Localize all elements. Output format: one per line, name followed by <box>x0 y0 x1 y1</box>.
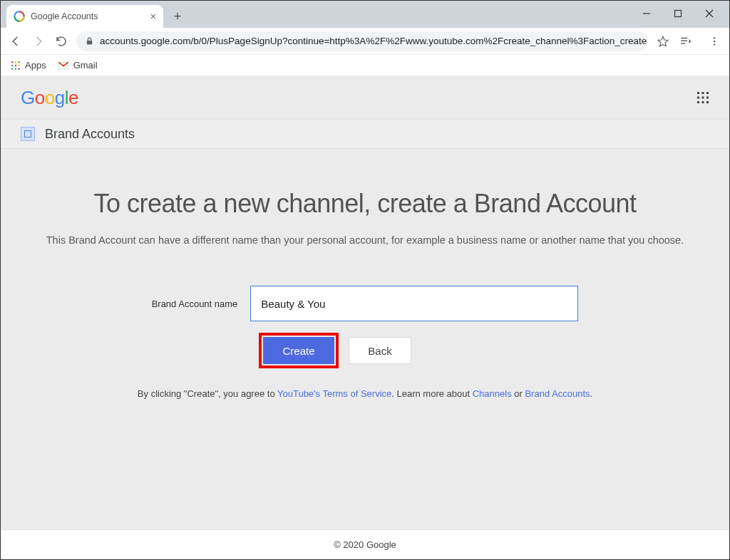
svg-rect-20 <box>706 92 709 94</box>
svg-point-14 <box>18 64 19 66</box>
minimize-button[interactable] <box>631 4 662 24</box>
star-bookmark-icon[interactable] <box>655 33 671 49</box>
apps-bookmark[interactable]: Apps <box>11 60 46 71</box>
google-header: Google <box>1 76 729 119</box>
svg-rect-22 <box>702 97 704 99</box>
gmail-bookmark[interactable]: Gmail <box>58 60 98 71</box>
back-nav-icon[interactable] <box>8 33 24 49</box>
apps-grid-icon <box>11 61 21 71</box>
svg-point-8 <box>714 43 715 45</box>
browser-tab[interactable]: Google Accounts × <box>6 5 163 28</box>
svg-point-10 <box>15 61 16 63</box>
footer-text: © 2020 Google <box>334 539 396 550</box>
svg-point-16 <box>15 68 16 69</box>
new-tab-button[interactable]: + <box>168 6 187 26</box>
brand-accounts-link[interactable]: Brand Accounts <box>525 388 590 399</box>
svg-point-7 <box>714 40 715 41</box>
google-favicon-icon <box>14 11 25 22</box>
maximize-button[interactable] <box>662 4 694 24</box>
menu-icon[interactable] <box>706 33 722 49</box>
svg-rect-19 <box>702 92 704 94</box>
media-control-icon[interactable] <box>678 33 694 49</box>
close-tab-icon[interactable]: × <box>150 11 156 22</box>
browser-titlebar: Google Accounts × + <box>1 1 729 28</box>
brand-name-label: Brand Account name <box>152 299 238 309</box>
bookmarks-bar: Apps Gmail <box>1 55 729 76</box>
google-apps-icon[interactable] <box>696 91 709 104</box>
svg-rect-21 <box>697 97 699 99</box>
svg-rect-18 <box>697 92 699 94</box>
subheader-title: Brand Accounts <box>45 127 135 142</box>
svg-point-17 <box>18 68 19 69</box>
svg-rect-23 <box>706 97 709 99</box>
terms-text: By clicking "Create", you agree to YouTu… <box>1 388 729 399</box>
address-bar: accounts.google.com/b/0/PlusPageSignUp?c… <box>1 28 729 55</box>
url-text: accounts.google.com/b/0/PlusPageSignUp?c… <box>100 36 648 46</box>
page-title: To create a new channel, create a Brand … <box>1 189 729 219</box>
google-logo[interactable]: Google <box>21 87 78 109</box>
youtube-tos-link[interactable]: YouTube's Terms of Service <box>277 388 391 399</box>
create-button-highlight: Create <box>259 333 339 368</box>
url-input[interactable]: accounts.google.com/b/0/PlusPageSignUp?c… <box>76 31 648 51</box>
svg-rect-5 <box>87 41 93 44</box>
close-window-button[interactable] <box>694 4 725 24</box>
brand-account-icon <box>21 127 35 141</box>
svg-point-13 <box>15 64 16 66</box>
svg-rect-25 <box>702 101 704 103</box>
channels-link[interactable]: Channels <box>473 388 512 399</box>
svg-point-11 <box>18 61 19 63</box>
lock-icon <box>85 36 94 46</box>
svg-point-12 <box>11 64 13 66</box>
page-description: This Brand Account can have a different … <box>1 234 729 246</box>
window-controls <box>631 4 725 24</box>
gmail-icon <box>58 61 69 70</box>
brand-accounts-subheader: Brand Accounts <box>1 119 729 149</box>
svg-point-6 <box>714 37 715 38</box>
svg-point-9 <box>11 61 13 63</box>
svg-rect-26 <box>706 101 709 103</box>
brand-name-input[interactable] <box>250 286 578 321</box>
brand-name-row: Brand Account name <box>1 286 729 321</box>
page-footer: © 2020 Google <box>1 529 729 559</box>
forward-nav-icon[interactable] <box>31 33 46 49</box>
tab-title: Google Accounts <box>31 11 145 21</box>
svg-rect-2 <box>675 11 682 17</box>
svg-rect-24 <box>697 101 699 103</box>
svg-point-15 <box>11 68 13 69</box>
create-button[interactable]: Create <box>263 337 334 364</box>
back-button[interactable]: Back <box>349 337 411 364</box>
apps-label: Apps <box>25 60 46 71</box>
gmail-label: Gmail <box>73 60 98 71</box>
page-content: Google Brand Accounts To create a new ch… <box>1 76 729 559</box>
reload-icon[interactable] <box>53 33 69 49</box>
main-content: To create a new channel, create a Brand … <box>1 149 729 399</box>
